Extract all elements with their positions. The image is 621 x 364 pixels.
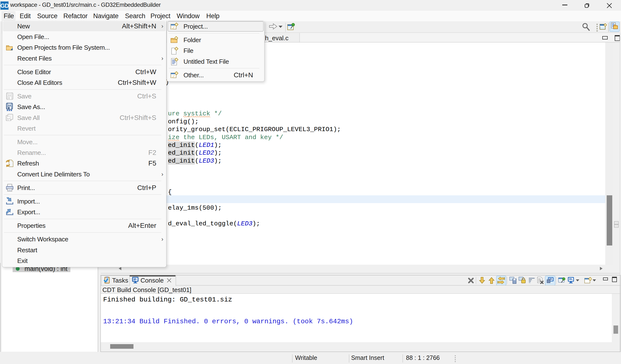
svg-text:GD: GD bbox=[0, 2, 8, 9]
